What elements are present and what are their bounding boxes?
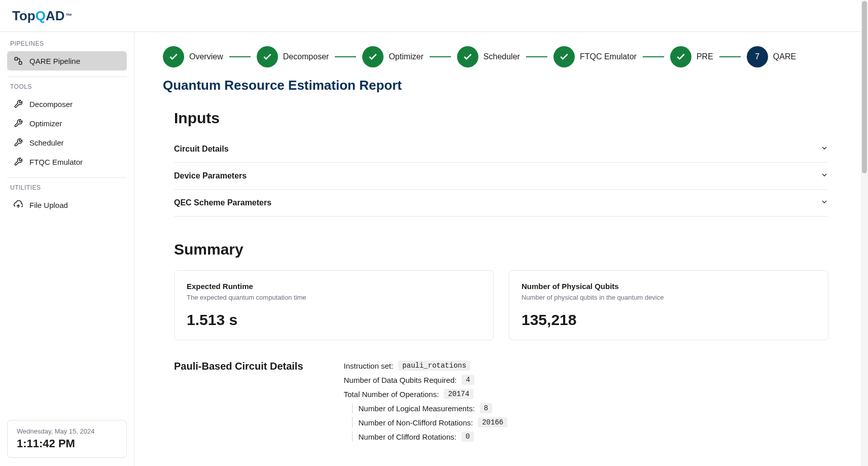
step-connector (526, 56, 547, 57)
step-overview[interactable]: Overview (163, 46, 223, 67)
datetime-date: Wednesday, May 15, 2024 (17, 427, 117, 435)
summary-heading: Summary (174, 241, 828, 258)
detail-value: 20166 (478, 417, 507, 427)
sidebar-divider (7, 177, 127, 178)
wrench-icon (13, 99, 23, 109)
step-connector (430, 56, 451, 57)
card-title: Number of Physical Qubits (522, 282, 816, 291)
accordion-circuit-details[interactable]: Circuit Details (174, 136, 828, 163)
card-subtitle: Number of physical qubits in the quantum… (522, 294, 816, 301)
detail-label: Number of Logical Measurements: (353, 404, 475, 413)
scrollbar-track[interactable] (861, 0, 868, 466)
detail-row-instruction-set: Instruction set: pauli_rotations (344, 361, 828, 371)
detail-row-logical-measurements: Number of Logical Measurements: 8 (352, 403, 828, 413)
card-subtitle: The expected quantum computation time (187, 294, 481, 301)
scrollbar-thumb[interactable] (862, 1, 867, 173)
accordion-qec-scheme-parameters[interactable]: QEC Scheme Parameters (174, 190, 828, 217)
detail-label: Number of Clifford Rotations: (353, 433, 457, 441)
check-icon (362, 46, 384, 67)
inputs-heading: Inputs (174, 110, 828, 127)
step-label: PRE (697, 52, 713, 61)
check-icon (670, 46, 691, 67)
datetime-time: 1:11:42 PM (17, 437, 117, 450)
sidebar-item-label: File Upload (29, 201, 68, 209)
chevron-down-icon (820, 198, 828, 208)
accordion-device-parameters[interactable]: Device Parameters (174, 163, 828, 190)
chevron-down-icon (820, 171, 828, 181)
wrench-icon (13, 118, 23, 128)
sidebar-item-label: Scheduler (29, 138, 64, 147)
step-connector (229, 56, 251, 57)
sidebar-item-label: QARE Pipeline (29, 57, 80, 65)
step-number: 7 (747, 46, 768, 67)
detail-value: 8 (480, 403, 492, 413)
step-label: QARE (773, 52, 796, 61)
datetime-box: Wednesday, May 15, 2024 1:11:42 PM (7, 420, 127, 458)
step-connector (643, 56, 664, 57)
step-pre[interactable]: PRE (670, 46, 713, 67)
detail-value: pauli_rotations (398, 361, 470, 371)
svg-rect-0 (15, 57, 17, 60)
step-connector (335, 56, 356, 57)
pipeline-icon (13, 56, 23, 66)
sidebar-section-tools-label: TOOLS (7, 83, 127, 90)
detail-label: Total Number of Operations: (344, 390, 439, 399)
sidebar-item-label: Decomposer (29, 100, 73, 109)
step-scheduler[interactable]: Scheduler (457, 46, 520, 67)
sidebar-item-label: FTQC Emulator (29, 158, 83, 166)
page-title: Quantum Resource Estimation Report (163, 78, 840, 93)
step-label: Optimizer (389, 52, 423, 61)
card-title: Expected Runtime (187, 282, 481, 291)
accordion-label: Device Parameters (174, 171, 247, 181)
detail-label: Instruction set: (344, 362, 394, 370)
detail-label: Number of Non-Clifford Rotations: (353, 418, 473, 427)
app-header: TopQAD™ (0, 0, 868, 32)
sidebar: PIPELINES QARE Pipeline TOOLS Decomposer (0, 32, 134, 466)
detail-row-clifford-rotations: Number of Clifford Rotations: 0 (352, 432, 828, 442)
sidebar-item-file-upload[interactable]: File Upload (7, 195, 127, 214)
wrench-icon (13, 137, 23, 148)
circuit-details-title: Pauli-Based Circuit Details (174, 361, 303, 446)
app-logo: TopQAD™ (12, 8, 73, 24)
step-label: Overview (189, 52, 223, 61)
circuit-details-section: Pauli-Based Circuit Details Instruction … (174, 361, 828, 446)
wrench-icon (13, 157, 23, 167)
step-qare[interactable]: 7 QARE (747, 46, 796, 67)
chevron-down-icon (820, 144, 828, 154)
card-value: 1.513 s (187, 311, 481, 329)
logo-text-ad: AD (46, 8, 65, 24)
sidebar-item-scheduler[interactable]: Scheduler (7, 133, 127, 152)
check-icon (257, 46, 278, 67)
detail-row-total-operations: Total Number of Operations: 20174 (344, 389, 828, 399)
step-label: FTQC Emulator (580, 52, 637, 61)
check-icon (553, 46, 575, 67)
sidebar-item-qare-pipeline[interactable]: QARE Pipeline (7, 51, 127, 70)
step-optimizer[interactable]: Optimizer (362, 46, 423, 67)
step-connector (719, 56, 741, 57)
step-decomposer[interactable]: Decomposer (257, 46, 329, 67)
upload-icon (13, 200, 23, 210)
pipeline-stepper: Overview Decomposer Optimizer (163, 46, 840, 67)
card-expected-runtime: Expected Runtime The expected quantum co… (174, 270, 494, 340)
step-label: Scheduler (483, 52, 520, 61)
summary-cards: Expected Runtime The expected quantum co… (174, 270, 828, 340)
sidebar-section-pipelines-label: PIPELINES (7, 40, 127, 47)
check-icon (457, 46, 478, 67)
sidebar-item-decomposer[interactable]: Decomposer (7, 94, 127, 114)
detail-value: 0 (462, 432, 474, 442)
step-label: Decomposer (283, 52, 329, 61)
svg-rect-1 (19, 62, 22, 64)
detail-label: Number of Data Qubits Required: (344, 376, 457, 384)
card-value: 135,218 (522, 311, 816, 329)
sidebar-item-optimizer[interactable]: Optimizer (7, 114, 127, 133)
step-ftqc-emulator[interactable]: FTQC Emulator (553, 46, 637, 67)
accordion-label: QEC Scheme Parameters (174, 198, 271, 207)
sidebar-divider (7, 77, 127, 77)
card-physical-qubits: Number of Physical Qubits Number of phys… (509, 270, 828, 340)
detail-row-non-clifford-rotations: Number of Non-Clifford Rotations: 20166 (352, 417, 828, 427)
main-content: Overview Decomposer Optimizer (134, 32, 868, 466)
check-icon (163, 46, 184, 67)
sidebar-item-ftqc-emulator[interactable]: FTQC Emulator (7, 152, 127, 171)
accordion-label: Circuit Details (174, 145, 229, 154)
logo-text-q: Q (36, 8, 46, 24)
